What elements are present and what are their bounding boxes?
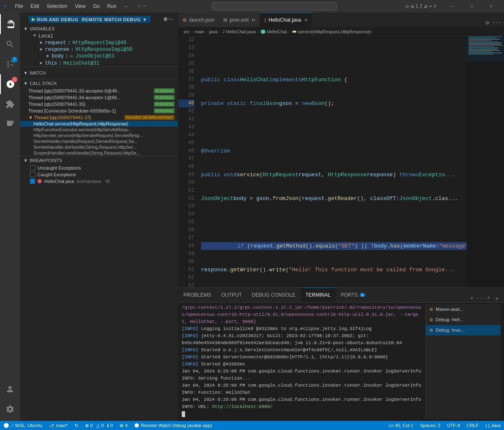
status-wsl[interactable]: ⑀ WSL: Ubuntu [0, 421, 45, 430]
status-eol[interactable]: CRLF [464, 423, 482, 428]
menu-selection[interactable]: Selection [43, 2, 70, 10]
menu-file[interactable]: File [12, 2, 26, 10]
breakpoints-section-header[interactable]: ▼ BREAKPOINTS [20, 156, 178, 165]
debug-config-chevron[interactable]: ▼ [143, 17, 147, 22]
variable-body[interactable]: ▶ body : ⊙ JsonObject@51 [20, 53, 178, 60]
tab-pom-xml[interactable]: M pom.xml M [219, 12, 260, 27]
activity-settings[interactable] [0, 399, 20, 419]
callstack-frame-5[interactable]: ScopedHandler.nextHandle(String,Request,… [20, 150, 178, 156]
debug-stop-icon[interactable]: ⋯ [429, 3, 432, 10]
panel-more-icon[interactable]: ··· [476, 295, 484, 302]
breadcrumb-method[interactable]: service(HttpRequest,HttpResponse) [292, 29, 371, 34]
activity-extensions[interactable] [0, 94, 20, 114]
code-editor[interactable]: 32 33 34 35 36 37 38 39 40 41 42 43 44 4… [178, 36, 504, 288]
variable-this[interactable]: ▶ this : HelloChat@31 [20, 60, 178, 67]
panel-tab-terminal[interactable]: TERMINAL [301, 288, 336, 302]
menu-more[interactable]: ··· [120, 2, 131, 10]
callstack-frame-0[interactable]: HelloChat.service(HttpRequest,HttpRespon… [20, 121, 178, 127]
menu-view[interactable]: View [71, 2, 89, 10]
panel-tab-debug-console[interactable]: DEBUG CONSOLE [247, 288, 301, 302]
activity-explorer[interactable] [0, 14, 20, 34]
tab-split-editor-icon[interactable]: ⊡ [483, 19, 491, 27]
tab-more-options-icon[interactable]: ··· [492, 19, 501, 27]
panel-tab-output[interactable]: OUTPUT [216, 288, 247, 302]
debug-step-into-icon[interactable]: ⤵ [416, 3, 418, 10]
callstack-frame-3[interactable]: ServletHolder.handle(Request,ServletRequ… [20, 138, 178, 144]
debug-settings-icon[interactable]: ⚙ [163, 17, 168, 22]
breakpoint-hellochat-checkbox[interactable] [30, 179, 35, 184]
variables-local-header[interactable]: ▼ Local [20, 33, 178, 40]
callstack-section-header[interactable]: ▼ CALL STACK [20, 79, 178, 88]
debug-restart-icon[interactable]: ↺ [424, 3, 427, 10]
activity-search[interactable] [0, 34, 20, 54]
panel-tab-ports[interactable]: PORTS 4 [336, 288, 370, 302]
debug-more-icon[interactable]: ··· [168, 17, 173, 22]
breadcrumb-src[interactable]: src [183, 29, 190, 34]
breadcrumb-java[interactable]: java [209, 29, 218, 34]
nav-back-button[interactable]: ← [138, 3, 141, 9]
status-ln-col[interactable]: Ln 40, Col 1 [385, 423, 416, 428]
breakpoint-caught-checkbox[interactable] [30, 172, 35, 177]
callstack-thread-2[interactable]: Thread [qtp1500079441-35] RUNNING [20, 101, 178, 108]
code-content[interactable]: public class HelloChat implements HttpFu… [199, 36, 466, 288]
status-encoding[interactable]: UTF-8 [444, 423, 463, 428]
menu-run[interactable]: Run [104, 2, 120, 10]
panel-tab-problems[interactable]: PROBLEMS [178, 288, 216, 302]
watch-section-header[interactable]: ▼ WATCH [20, 69, 178, 77]
tab-hellochat-close-button[interactable]: ✕ [304, 18, 308, 22]
breakpoint-uncaught[interactable]: Uncaught Exceptions [20, 165, 178, 171]
activity-debug[interactable]: 1 [0, 74, 20, 94]
callstack-thread-0[interactable]: Thread [qtp1500079441-33-acceptor-0@48..… [20, 88, 178, 94]
activity-source-control[interactable]: 7 [0, 54, 20, 74]
breakpoint-uncaught-checkbox[interactable] [30, 165, 35, 170]
terminal-panel-debug2[interactable]: ⚙ Debug: Invo... [426, 325, 501, 335]
callstack-frame-2[interactable]: HttpServlet.service(HttpServletRequest,S… [20, 132, 178, 138]
breadcrumb-main[interactable]: main [194, 29, 204, 34]
debug-step-over-icon[interactable]: ↻ [411, 3, 414, 10]
terminal-main[interactable]: /grpc-context/1.27.2/grpc-context-1.27.2… [182, 304, 422, 419]
panel-close-icon[interactable]: ✕ [493, 295, 501, 302]
status-spaces[interactable]: Spaces: 2 [416, 423, 444, 428]
callstack-thread-4[interactable]: ▼ Thread [qtp1500079441-37] PAUSED ON BR… [20, 114, 178, 121]
terminal-panel-debug1[interactable]: ⚙ Debug: Hell... [426, 315, 501, 325]
debug-run-section[interactable]: ▶ RUN AND DEBUG Remote Watch Debug ▼ [28, 16, 150, 23]
breadcrumb-file[interactable]: J HelloChat.java [223, 29, 256, 34]
minimap[interactable] [466, 36, 504, 288]
status-language[interactable]: { } Java [482, 423, 504, 428]
title-search-area [149, 2, 400, 10]
menu-go[interactable]: Go [90, 2, 103, 10]
status-remote-debug[interactable]: Remote Watch Debug (avatar-app) [131, 421, 216, 430]
debug-play-icon[interactable]: ▷ [406, 3, 409, 10]
activity-testing[interactable] [0, 114, 20, 134]
local-label: Local [38, 33, 53, 39]
minimize-button[interactable]: — [443, 0, 462, 12]
maximize-button[interactable]: □ [462, 0, 481, 12]
debug-step-out-icon[interactable]: ⤴ [420, 3, 422, 10]
terminal-panel-maven[interactable]: ⚙ Maven-avat... [426, 304, 501, 315]
variables-section-header[interactable]: ▼ VARIABLES [20, 25, 178, 33]
panel-maximize-icon[interactable]: ^ [485, 295, 492, 302]
variable-response[interactable]: ▶ response : HttpResponseImpl@50 [20, 46, 178, 53]
menu-edit[interactable]: Edit [27, 2, 43, 10]
close-button[interactable]: ✕ [481, 0, 501, 12]
tab-hellochat-java[interactable]: J HelloChat.java ✕ [260, 12, 313, 27]
panel-add-terminal-icon[interactable]: + [468, 295, 476, 302]
svg-rect-17 [469, 54, 494, 55]
callstack-thread-3[interactable]: Thread [Connector-Scheduler-6920b0bc-1] … [20, 108, 178, 114]
callstack-frame-1[interactable]: HttpFunctionExecutor.service(HttpServlet… [20, 127, 178, 132]
breadcrumb-class[interactable]: HelloChat [261, 29, 287, 34]
status-sync[interactable]: ↻ [71, 421, 82, 430]
status-ports[interactable]: ⊗ 4 [116, 421, 131, 430]
tab-launch-json[interactable]: ⚙ launch.json [178, 12, 219, 27]
status-errors[interactable]: ⊗ 0 △ 0 ℹ 0 [82, 421, 116, 430]
breakpoint-caught[interactable]: Caught Exceptions [20, 171, 178, 178]
variable-request[interactable]: ▶ request : HttpRequestImpl@49 [20, 40, 178, 46]
nav-forward-button[interactable]: → [143, 3, 145, 9]
breakpoint-hellochat[interactable]: HelloChat.java src/main/java 40 [20, 178, 178, 185]
callstack-frame-4[interactable]: ServletHandler.doHandle(String,Request,H… [20, 144, 178, 150]
callstack-thread-1[interactable]: Thread [qtp1500079441-34-acceptor-1@66..… [20, 94, 178, 101]
title-search-input[interactable] [212, 2, 337, 10]
activity-account[interactable] [0, 379, 20, 399]
status-branch[interactable]: ⎇ main* [45, 421, 71, 430]
debug-breakpoints-icon[interactable]: ⚡ [434, 3, 436, 10]
